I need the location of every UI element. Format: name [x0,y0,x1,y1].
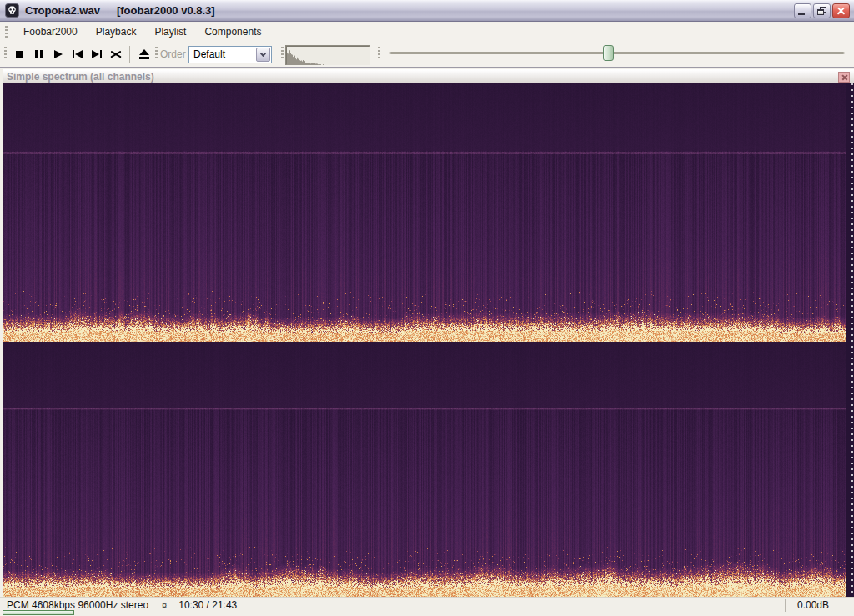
previous-icon [73,50,83,58]
app-window: Сторона2.wav[foobar2000 v0.8.3] Foobar20… [0,0,854,616]
order-dropdown[interactable]: Default [188,46,272,63]
app-icon [5,3,19,18]
menu-components[interactable]: Components [195,23,270,42]
next-button[interactable] [87,44,106,64]
menu-playback[interactable]: Playback [87,23,146,42]
menu-foobar2000[interactable]: Foobar2000 [14,23,87,42]
panel-caption: Simple spectrum (all channels) [3,69,854,83]
play-icon [54,50,63,58]
chevron-down-icon[interactable] [256,48,270,62]
seek-thumb[interactable] [603,45,614,61]
mini-spectrum-canvas [287,47,370,65]
seek-bar[interactable] [389,52,845,54]
random-button[interactable] [106,44,125,64]
caption-buttons [794,3,850,18]
mini-spectrum-visualizer [285,45,370,65]
play-button[interactable] [48,44,68,64]
toolbar-separator [129,46,130,63]
close-button[interactable] [832,3,850,18]
playback-buttons [10,44,153,64]
toolbar-grip-seekbar[interactable] [378,47,380,59]
window-title-app: [foobar2000 v0.8.3] [117,4,215,17]
volume-db-readout: 0.00dB [787,598,839,613]
next-icon [92,50,102,58]
order-dropdown-value: Default [193,48,225,60]
toolbar-grip-order[interactable] [155,47,158,59]
menubar-grip[interactable] [5,26,8,38]
codec-info: PCM 4608kbps 96000Hz stereo [7,599,148,611]
random-icon [110,49,122,59]
toolbar: Order Default [0,42,854,68]
restore-button[interactable] [813,3,831,18]
panel-title: Simple spectrum (all channels) [7,71,154,83]
window-title: Сторона2.wav[foobar2000 v0.8.3] [25,0,215,21]
toolbar-grip-spectrum[interactable] [281,47,284,59]
volume-indicator [3,610,74,615]
minimize-icon [798,13,805,15]
panel-right-border [846,83,854,597]
menu-bar: Foobar2000 Playback Playlist Components [0,23,854,42]
status-divider [785,599,786,612]
pause-button[interactable] [29,44,48,64]
window-title-track: Сторона2.wav [25,4,100,17]
minimize-button[interactable] [794,3,811,18]
playback-time: 10:30 / 21:43 [178,599,237,611]
pause-icon [35,50,43,58]
status-symbol: ¤ [162,600,167,610]
title-bar[interactable]: Сторона2.wav[foobar2000 v0.8.3] [0,0,854,22]
order-label: Order [160,42,186,67]
stop-icon [16,51,23,58]
toolbar-grip-buttons[interactable] [4,47,7,59]
eject-button[interactable] [134,44,153,64]
panel-close-button[interactable] [838,72,850,83]
previous-button[interactable] [68,44,87,64]
status-bar: PCM 4608kbps 96000Hz stereo¤10:30 / 21:4… [0,597,854,616]
stop-button[interactable] [10,44,29,64]
spectrogram-view [3,83,847,597]
eject-icon [139,49,149,59]
menu-playlist[interactable]: Playlist [145,23,195,42]
